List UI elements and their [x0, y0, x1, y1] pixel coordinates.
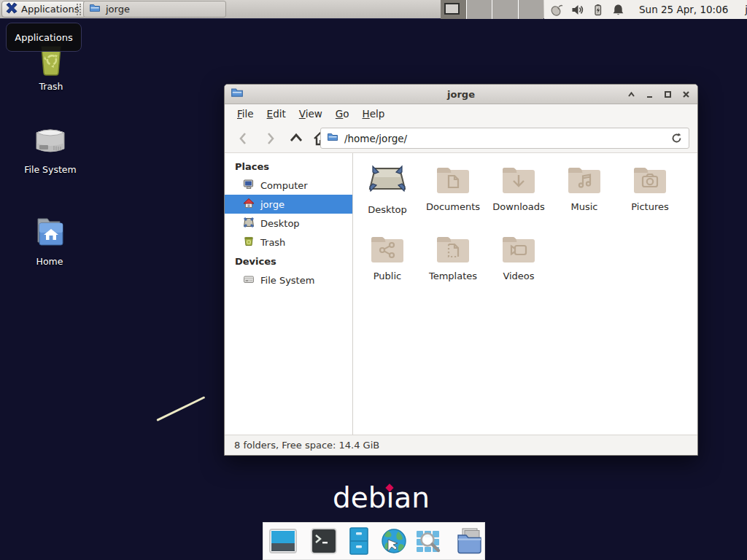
file-music[interactable]: Music [552, 163, 616, 212]
battery-icon[interactable] [591, 3, 605, 17]
menu-view[interactable]: View [293, 106, 329, 122]
file-manager-icon[interactable] [455, 526, 484, 556]
sidebar-item-desktop[interactable]: Desktop [225, 214, 352, 233]
terminal-icon[interactable] [309, 526, 338, 556]
workspace-2[interactable] [466, 0, 492, 19]
path-bar[interactable]: /home/jorge/ [320, 128, 689, 149]
status-text: 8 folders, Free space: 14.4 GiB [234, 440, 379, 451]
web-browser-icon[interactable] [379, 526, 409, 556]
wallpaper-swoosh-line [156, 396, 205, 421]
up-button[interactable] [286, 129, 306, 147]
desktop-icon-file-system[interactable]: File System [7, 124, 94, 175]
status-bar: 8 folders, Free space: 14.4 GiB [225, 435, 697, 455]
folder-public-icon [369, 254, 406, 268]
volume-icon[interactable] [570, 3, 584, 17]
applications-tooltip: Applications [6, 23, 82, 52]
close-button[interactable] [681, 89, 692, 100]
sidebar: Places Computer [225, 153, 353, 435]
folder-videos-icon [500, 254, 537, 268]
notifications-bell-icon[interactable] [611, 3, 625, 17]
taskbar-window-label: jorge [106, 4, 130, 15]
home-folder-icon [31, 213, 69, 254]
taskbar-window-button[interactable]: jorge [83, 1, 226, 18]
sidebar-item-jorge[interactable]: jorge [225, 195, 352, 214]
file-downloads[interactable]: Downloads [487, 163, 551, 212]
menu-help[interactable]: Help [356, 106, 392, 122]
top-panel: Applications jorge [0, 0, 747, 19]
window-titlebar[interactable]: jorge [225, 85, 697, 104]
toolbar: /home/jorge/ [225, 123, 697, 153]
desktop-icon-label: Trash [7, 81, 95, 92]
desktop-icon-label: Home [6, 256, 93, 267]
folder-documents-icon [435, 184, 471, 198]
file-manager-window: jorge File Edit View Go Help [224, 84, 698, 456]
file-icon-view[interactable]: Desktop Documents [353, 153, 697, 435]
desktop-icon-label: File System [7, 164, 94, 175]
folder-icon [89, 2, 101, 16]
harddrive-icon [243, 273, 255, 287]
desktop-icon [366, 187, 409, 201]
mouse-icon[interactable] [550, 3, 564, 17]
menubar: File Edit View Go Help [225, 104, 697, 123]
sidebar-item-trash[interactable]: Trash [225, 233, 352, 252]
bottom-dock [263, 522, 485, 560]
folder-pictures-icon [632, 184, 668, 198]
file-templates[interactable]: Templates [421, 233, 485, 281]
workspace-1[interactable] [441, 0, 466, 19]
applications-menu-icon [6, 2, 18, 16]
applications-menu-button[interactable]: Applications [1, 1, 86, 18]
sidebar-header-devices: Devices [225, 252, 352, 271]
maximize-button[interactable] [662, 89, 673, 100]
desktop-icon-home[interactable]: Home [6, 213, 93, 267]
panel-separator-grip[interactable] [77, 4, 81, 15]
trash-icon [243, 236, 255, 249]
sidebar-header-places: Places [225, 157, 352, 176]
folder-music-icon [566, 184, 603, 198]
tooltip-text: Applications [15, 32, 72, 43]
file-public[interactable]: Public [355, 233, 419, 281]
folder-downloads-icon [500, 184, 537, 198]
applications-menu-label: Applications [21, 4, 79, 15]
sidebar-item-file-system[interactable]: File System [225, 271, 352, 289]
panel-status-area: Sun 25 Apr, 10:06 jorge [544, 0, 747, 19]
workspace-window-thumbnail [444, 3, 460, 15]
file-documents[interactable]: Documents [421, 163, 485, 212]
folder-icon [327, 131, 338, 145]
shade-button[interactable] [626, 89, 637, 100]
minimize-button[interactable] [644, 89, 655, 100]
menu-file[interactable]: File [231, 106, 260, 122]
debian-wordmark: debian [333, 481, 430, 514]
back-button[interactable] [233, 129, 254, 147]
harddrive-icon [32, 124, 69, 162]
panel-clock[interactable]: Sun 25 Apr, 10:06 [639, 4, 728, 15]
file-cabinet-icon[interactable] [344, 526, 374, 556]
app-finder-icon[interactable] [414, 526, 444, 556]
forward-button[interactable] [260, 129, 280, 147]
desktop-icon [243, 217, 255, 230]
file-desktop[interactable]: Desktop [355, 163, 419, 215]
folder-templates-icon [435, 254, 471, 268]
menu-edit[interactable]: Edit [260, 106, 293, 122]
home-icon [243, 198, 255, 211]
workspace-switcher[interactable] [441, 0, 543, 19]
menu-go[interactable]: Go [329, 106, 356, 122]
path-text: /home/jorge/ [344, 133, 407, 144]
workspace-4[interactable] [518, 0, 544, 19]
workspace-3[interactable] [492, 0, 518, 19]
file-pictures[interactable]: Pictures [618, 163, 682, 212]
file-videos[interactable]: Videos [487, 233, 551, 281]
reload-icon[interactable] [670, 132, 683, 144]
computer-icon [243, 179, 255, 192]
show-desktop-icon[interactable] [268, 526, 298, 556]
sidebar-item-computer[interactable]: Computer [225, 176, 352, 195]
